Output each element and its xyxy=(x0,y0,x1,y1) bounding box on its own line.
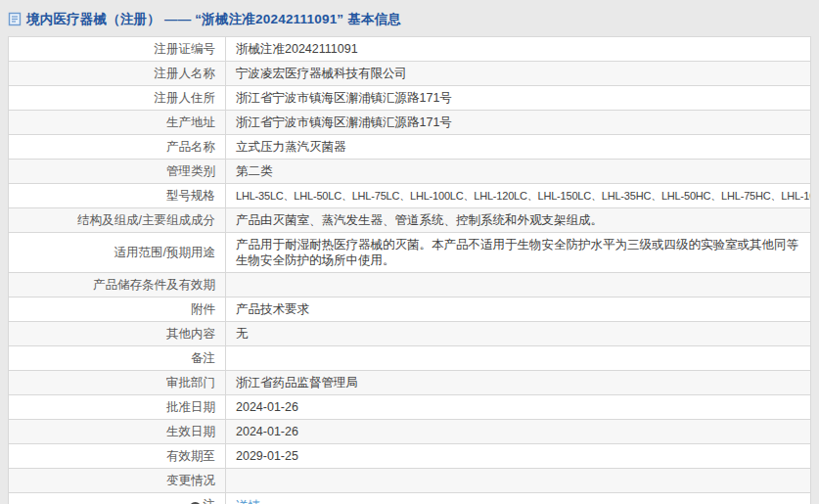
row-value-text: 浙江省药品监督管理局 xyxy=(236,376,358,389)
row-label: 审批部门 xyxy=(9,371,226,395)
table-row: 有效期至2029-01-25 xyxy=(9,444,811,469)
row-label: 管理类别 xyxy=(9,160,226,184)
row-value: LHL-35LC、LHL-50LC、LHL-75LC、LHL-100LC、LHL… xyxy=(226,184,811,208)
row-value: 产品用于耐湿耐热医疗器械的灭菌。本产品不适用于生物安全防护水平为三级或四级的实验… xyxy=(226,233,811,273)
table-row: 其他内容无 xyxy=(9,322,811,346)
row-value: 无 xyxy=(226,322,811,346)
row-value: 产品由灭菌室、蒸汽发生器、管道系统、控制系统和外观支架组成。 xyxy=(226,208,811,233)
page-header: 境内医疗器械（注册） —— “浙械注准20242111091” 基本信息 xyxy=(8,8,811,36)
table-row: 生效日期2024-01-26 xyxy=(9,420,811,444)
table-row: 注册证编号浙械注准20242111091 xyxy=(9,37,811,62)
row-value-text: 浙江省宁波市镇海区澥浦镇汇源路171号 xyxy=(236,115,452,129)
row-label: 变更情况 xyxy=(9,469,226,493)
row-value xyxy=(226,469,811,493)
row-value: 产品技术要求 xyxy=(226,298,811,322)
row-label-text: 附件 xyxy=(191,302,215,316)
table-row: 型号规格LHL-35LC、LHL-50LC、LHL-75LC、LHL-100LC… xyxy=(9,184,811,208)
table-row: 变更情况 xyxy=(9,469,811,493)
row-label-text: 产品储存条件及有效期 xyxy=(93,278,215,292)
registration-info-table: 注册证编号浙械注准20242111091注册人名称宁波凌宏医疗器械科技有限公司注… xyxy=(8,36,811,504)
row-label-text: 管理类别 xyxy=(166,164,215,178)
row-label: 有效期至 xyxy=(9,444,226,469)
document-icon xyxy=(8,12,22,26)
row-value-text: 产品技术要求 xyxy=(236,302,309,316)
table-row: 适用范围/预期用途产品用于耐湿耐热医疗器械的灭菌。本产品不适用于生物安全防护水平… xyxy=(9,233,811,273)
row-label: 结构及组成/主要组成成分 xyxy=(9,208,226,233)
row-value: 浙江省宁波市镇海区澥浦镇汇源路171号 xyxy=(226,86,811,111)
table-row: 产品名称立式压力蒸汽灭菌器 xyxy=(9,135,811,160)
row-label-text: 生效日期 xyxy=(166,425,215,438)
row-value-text: 浙江省宁波市镇海区澥浦镇汇源路171号 xyxy=(236,91,452,105)
row-value-text: 宁波凌宏医疗器械科技有限公司 xyxy=(236,67,407,80)
row-value-text: 第二类 xyxy=(236,164,273,178)
row-label: 生产地址 xyxy=(9,111,226,135)
row-label: 其他内容 xyxy=(9,322,226,346)
row-value-text: LHL-35LC、LHL-50LC、LHL-75LC、LHL-100LC、LHL… xyxy=(236,190,811,202)
row-value: 立式压力蒸汽灭菌器 xyxy=(226,135,811,160)
row-value: 2024-01-26 xyxy=(226,395,811,420)
row-label: 备注 xyxy=(9,346,226,371)
row-label: 适用范围/预期用途 xyxy=(9,233,226,273)
row-label: 注册人名称 xyxy=(9,62,226,86)
table-row: 附件产品技术要求 xyxy=(9,298,811,322)
row-value-text: 2029-01-25 xyxy=(236,449,298,463)
row-label-text: 批准日期 xyxy=(166,400,215,414)
row-value: 2029-01-25 xyxy=(226,444,811,469)
row-label-text: 注册证编号 xyxy=(155,42,216,56)
row-label-text: 生产地址 xyxy=(166,115,215,129)
table-row: 管理类别第二类 xyxy=(9,160,811,184)
row-value-text: 2024-01-26 xyxy=(236,400,298,414)
table-row: 注册人住所浙江省宁波市镇海区澥浦镇汇源路171号 xyxy=(9,86,811,111)
row-value: 浙械注准20242111091 xyxy=(226,37,811,62)
row-value: 浙江省宁波市镇海区澥浦镇汇源路171号 xyxy=(226,111,811,135)
row-label-text: 型号规格 xyxy=(166,189,215,203)
row-label-text: 审批部门 xyxy=(166,376,215,389)
page-title: 境内医疗器械（注册） —— “浙械注准20242111091” 基本信息 xyxy=(26,11,401,28)
row-label-text: 适用范围/预期用途 xyxy=(114,246,215,259)
row-label: ?注 xyxy=(9,493,226,504)
row-value: 第二类 xyxy=(226,160,811,184)
row-label: 附件 xyxy=(9,298,226,322)
row-value-text: 2024-01-26 xyxy=(236,425,298,438)
row-value: 详情 xyxy=(226,493,811,504)
table-row: 注册人名称宁波凌宏医疗器械科技有限公司 xyxy=(9,62,811,86)
row-label-text: 注册人住所 xyxy=(155,91,216,105)
row-value-text: 浙械注准20242111091 xyxy=(236,42,358,56)
row-value xyxy=(226,273,811,298)
row-value xyxy=(226,346,811,371)
table-row: 产品储存条件及有效期 xyxy=(9,273,811,298)
row-label: 型号规格 xyxy=(9,184,226,208)
row-value-text: 立式压力蒸汽灭菌器 xyxy=(236,140,346,154)
registration-detail-page: 境内医疗器械（注册） —— “浙械注准20242111091” 基本信息 注册证… xyxy=(0,0,819,504)
row-label: 产品储存条件及有效期 xyxy=(9,273,226,298)
row-value: 2024-01-26 xyxy=(226,420,811,444)
row-label-text: 产品名称 xyxy=(166,140,215,154)
row-label-text: 有效期至 xyxy=(166,449,215,463)
row-label-text: 其他内容 xyxy=(166,327,215,341)
table-row: 备注 xyxy=(9,346,811,371)
table-row: ?注详情 xyxy=(9,493,811,504)
row-value-text: 产品由灭菌室、蒸汽发生器、管道系统、控制系统和外观支架组成。 xyxy=(236,213,603,227)
row-label-text: 注册人名称 xyxy=(155,67,216,80)
detail-link[interactable]: 详情 xyxy=(236,499,260,504)
row-label: 注册证编号 xyxy=(9,37,226,62)
row-label-text: 变更情况 xyxy=(166,474,215,487)
row-label: 批准日期 xyxy=(9,395,226,420)
row-label: 产品名称 xyxy=(9,135,226,160)
table-row: 审批部门浙江省药品监督管理局 xyxy=(9,371,811,395)
row-value-text: 无 xyxy=(236,327,249,341)
table-row: 生产地址浙江省宁波市镇海区澥浦镇汇源路171号 xyxy=(9,111,811,135)
row-label: 注册人住所 xyxy=(9,86,226,111)
row-value-text: 产品用于耐湿耐热医疗器械的灭菌。本产品不适用于生物安全防护水平为三级或四级的实验… xyxy=(236,238,798,267)
table-row: 批准日期2024-01-26 xyxy=(9,395,811,420)
row-value: 浙江省药品监督管理局 xyxy=(226,371,811,395)
row-label-text: 结构及组成/主要组成成分 xyxy=(77,213,215,227)
row-label-text: 备注 xyxy=(191,351,215,365)
table-row: 结构及组成/主要组成成分产品由灭菌室、蒸汽发生器、管道系统、控制系统和外观支架组… xyxy=(9,208,811,233)
row-label-text: 注 xyxy=(204,498,216,504)
row-value: 宁波凌宏医疗器械科技有限公司 xyxy=(226,62,811,86)
row-label: 生效日期 xyxy=(9,420,226,444)
